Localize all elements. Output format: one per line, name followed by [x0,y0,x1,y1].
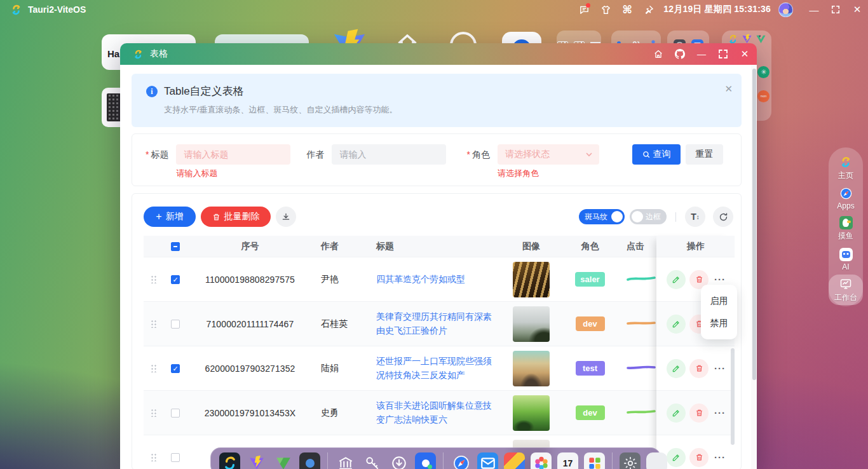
cell-image[interactable] [513,395,550,431]
dock-app-colorful[interactable] [504,452,525,469]
dock-app-key[interactable] [362,452,383,469]
dock-app-chat[interactable] [415,452,436,469]
drag-handle[interactable] [151,409,156,417]
zebra-toggle[interactable]: 斑马纹 [579,209,625,224]
dock-app-safari[interactable] [451,452,471,469]
dock-app-launcher[interactable] [646,452,667,469]
dock-app-media[interactable] [584,452,605,469]
batch-delete-button[interactable]: 批量删除 [201,207,271,227]
message-icon[interactable] [573,3,595,17]
role-select[interactable]: 请选择状态 [498,144,599,165]
window-fullscreen-icon[interactable] [714,46,733,62]
dock-app-vite[interactable] [246,452,267,469]
trash-icon [695,453,703,461]
theme-icon[interactable] [595,3,616,17]
dock-item-home[interactable]: 主页 [829,153,863,183]
dock-app-bank[interactable] [335,452,356,469]
banner-close-icon[interactable]: ✕ [724,84,733,93]
trash-icon [695,364,703,372]
dock-app-download[interactable] [388,452,409,469]
drag-handle[interactable] [151,364,156,372]
github-icon[interactable] [670,46,689,62]
title-input[interactable] [176,144,290,165]
row-checkbox[interactable] [171,320,180,329]
window-scrollbar-thumb[interactable] [752,69,756,380]
menu-item-disable[interactable]: 禁用 [701,312,737,334]
more-actions-button[interactable]: ··· [712,359,728,378]
dock-item-apps[interactable]: Apps [829,183,863,214]
border-toggle[interactable]: 边框 [630,209,667,224]
delete-button[interactable] [689,404,709,423]
header-role: 角色 [560,241,620,252]
home-icon[interactable] [649,46,668,62]
dock-app-tauri[interactable] [219,452,240,469]
more-actions-button[interactable]: ··· [712,448,728,467]
more-actions-button[interactable]: ··· [712,404,728,423]
delete-button[interactable] [689,359,709,378]
cell-image[interactable] [513,351,550,386]
row-checkbox[interactable] [171,364,180,373]
system-minimize-button[interactable]: — [803,3,825,17]
font-size-button[interactable]: T↕ [685,207,705,227]
table-card: + 新增 批量删除 斑马纹 [132,193,742,469]
reset-button[interactable]: 重置 [686,144,723,165]
command-icon[interactable]: ⌘ [616,3,638,17]
table-row: 710000201111174467 石桂英 美律育交理历其行精同有深素由史飞江… [144,302,735,346]
edit-button[interactable] [667,270,686,289]
user-avatar[interactable] [778,3,793,17]
window-minimize-icon[interactable]: — [692,46,711,62]
system-close-button[interactable]: ✕ [846,3,868,17]
chatgpt-icon[interactable]: ✳ [757,66,770,78]
refresh-button[interactable] [713,207,733,227]
edit-button[interactable] [667,404,686,423]
dock-item-workbench[interactable]: 工作台 [829,275,863,305]
delete-button[interactable] [689,448,709,467]
cell-title-link[interactable]: 美律育交理历其行精同有深素由史飞江正验价片 [372,310,503,337]
dock-item-label: 摸鱼 [838,231,853,241]
cell-title-link[interactable]: 该百非关进论圆听解集位意技变广志法响快更六 [372,399,503,426]
dock-app-vuetify[interactable] [273,452,294,469]
cell-image[interactable] [513,306,550,342]
search-button[interactable]: 查询 [632,144,681,165]
window-close-icon[interactable]: ✕ [735,46,754,62]
cell-title-link[interactable]: 还世报严一上口军现院些强须况特技角决三反发如产 [372,355,503,382]
dock-app-settings[interactable] [620,452,641,469]
dock-item-ai[interactable]: AI [829,244,863,275]
dock-app-calendar[interactable]: 17 [557,452,578,469]
drag-handle[interactable] [151,275,156,283]
select-all-checkbox[interactable] [171,242,180,251]
person-app-text: rson [761,94,767,98]
author-input[interactable] [332,144,446,165]
person-app-icon[interactable]: rson [757,90,770,102]
row-checkbox[interactable] [171,453,180,462]
drag-handle[interactable] [151,453,156,461]
pin-icon[interactable] [638,3,660,17]
window-scrollbar[interactable] [751,65,757,469]
add-button[interactable]: + 新增 [144,207,196,227]
table-scrollbar-thumb[interactable] [731,348,735,445]
fixed-actions-column: 操作 ··· ··· [656,236,735,469]
system-clock[interactable]: 12月19日 星期四 15:31:36 [663,4,771,15]
dock-item-label: AI [842,262,849,271]
edit-button[interactable] [667,315,686,334]
border-toggle-label: 边框 [646,212,661,222]
dock-app-dark[interactable] [299,452,320,469]
dock-app-mail[interactable] [477,452,498,469]
drag-handle[interactable] [151,320,156,328]
window-titlebar[interactable]: 表格 — ✕ [120,43,757,65]
table-toolbar: + 新增 批量删除 斑马纹 [144,205,733,228]
dock-divider [612,452,613,469]
row-checkbox[interactable] [171,275,180,284]
edit-button[interactable] [667,448,686,467]
title-field-label: 标题 [146,144,168,165]
os-brand: Tauri2-ViteOS [9,3,86,17]
export-download-button[interactable] [276,207,296,227]
cell-image[interactable] [513,262,550,297]
dock-item-moyu[interactable]: 摸鱼 [829,214,863,244]
system-maximize-button[interactable] [825,3,846,17]
cell-title-link[interactable]: 四其革造克个劳如或型 [372,273,503,287]
menu-item-enable[interactable]: 启用 [701,290,737,312]
row-checkbox[interactable] [171,409,180,418]
dock-app-photos[interactable] [531,452,552,469]
edit-button[interactable] [667,359,686,378]
